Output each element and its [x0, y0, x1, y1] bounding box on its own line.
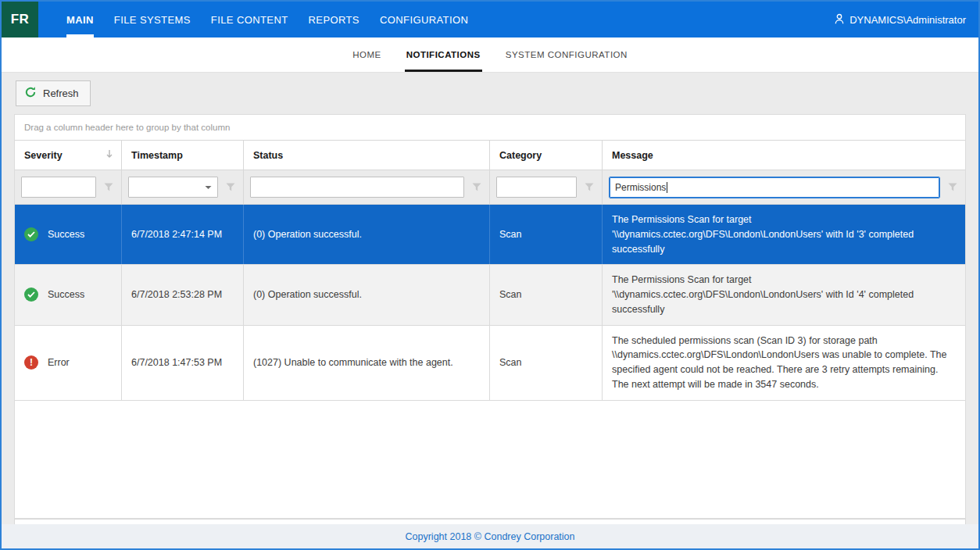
message-value: The Permissions Scan for target '\\dynam…	[603, 265, 965, 324]
column-header-message[interactable]: Message	[603, 141, 965, 170]
user-menu[interactable]: DYNAMICS\Administrator	[834, 2, 978, 38]
grid-empty-area	[15, 401, 965, 518]
filter-cell-category	[490, 170, 603, 204]
content-area: Refresh Drag a column header here to gro…	[2, 73, 978, 524]
main-nav: MAIN FILE SYSTEMS FILE CONTENT REPORTS C…	[66, 2, 488, 38]
column-header-timestamp[interactable]: Timestamp	[122, 141, 244, 170]
severity-value: Error	[48, 355, 70, 370]
timestamp-value: 6/7/2018 2:53:28 PM	[122, 265, 244, 324]
group-by-drop-zone: Drag a column header here to group by th…	[15, 115, 965, 141]
header-row: Severity Timestamp Status Category Messa…	[15, 141, 965, 170]
funnel-icon	[472, 183, 481, 191]
toolbar: Refresh	[14, 73, 966, 114]
tab-notifications[interactable]: NOTIFICATIONS	[406, 38, 481, 72]
refresh-icon	[24, 86, 37, 101]
tab-home[interactable]: HOME	[352, 38, 381, 72]
table-row[interactable]: ! Error 6/7/2018 1:47:53 PM (1027) Unabl…	[15, 326, 965, 401]
message-value: The Permissions Scan for target '\\dynam…	[603, 205, 965, 264]
column-header-status[interactable]: Status	[244, 141, 490, 170]
status-value: (1027) Unable to communicate with the ag…	[244, 326, 490, 400]
filter-cell-severity	[15, 170, 122, 204]
filter-cell-message: Permissions	[603, 170, 965, 204]
nav-item-file-systems[interactable]: FILE SYSTEMS	[114, 2, 191, 38]
page: FR MAIN FILE SYSTEMS FILE CONTENT REPORT…	[2, 2, 978, 548]
sub-nav: HOME NOTIFICATIONS SYSTEM CONFIGURATION	[2, 38, 978, 73]
refresh-button[interactable]: Refresh	[16, 80, 91, 106]
notifications-grid: Drag a column header here to group by th…	[14, 114, 966, 519]
refresh-label: Refresh	[43, 88, 79, 99]
message-filter-funnel-button[interactable]	[946, 181, 959, 193]
nav-item-main[interactable]: MAIN	[66, 2, 94, 38]
filter-status-bar: Contains([Message], 'Permissions') Clear	[14, 519, 966, 525]
user-name: DYNAMICS\Administrator	[849, 14, 966, 26]
filter-cell-status	[244, 170, 490, 204]
funnel-icon	[948, 183, 957, 191]
status-filter-funnel-button[interactable]	[470, 181, 483, 193]
funnel-icon	[104, 183, 113, 191]
timestamp-value: 6/7/2018 1:47:53 PM	[122, 326, 244, 400]
app-logo: FR	[2, 2, 38, 38]
status-value: (0) Operation successful.	[244, 265, 490, 324]
nav-item-configuration[interactable]: CONFIGURATION	[380, 2, 468, 38]
timestamp-filter-funnel-button[interactable]	[224, 181, 237, 193]
category-value: Scan	[490, 265, 603, 324]
filter-cell-timestamp	[122, 170, 244, 204]
chevron-down-icon	[205, 185, 212, 190]
timestamp-value: 6/7/2018 2:47:14 PM	[122, 205, 244, 264]
copyright-text: Copyright 2018 © Condrey Corporation	[406, 531, 575, 542]
funnel-icon	[226, 183, 235, 191]
user-icon	[834, 13, 845, 27]
text-cursor	[667, 182, 667, 193]
nav-item-reports[interactable]: REPORTS	[309, 2, 359, 38]
category-filter-input[interactable]	[496, 177, 577, 198]
nav-item-file-content[interactable]: FILE CONTENT	[211, 2, 288, 38]
timestamp-filter-combo[interactable]	[128, 177, 218, 198]
column-header-severity[interactable]: Severity	[15, 141, 122, 170]
status-filter-input[interactable]	[250, 177, 464, 198]
status-value: (0) Operation successful.	[244, 205, 490, 264]
success-icon	[24, 227, 38, 241]
severity-filter-funnel-button[interactable]	[102, 181, 115, 193]
footer: Copyright 2018 © Condrey Corporation	[2, 524, 978, 548]
table-row[interactable]: Success 6/7/2018 2:47:14 PM (0) Operatio…	[15, 205, 965, 265]
tab-system-configuration[interactable]: SYSTEM CONFIGURATION	[506, 38, 628, 72]
category-filter-funnel-button[interactable]	[583, 181, 596, 193]
top-bar: FR MAIN FILE SYSTEMS FILE CONTENT REPORT…	[2, 2, 978, 38]
category-value: Scan	[490, 205, 603, 264]
severity-filter-input[interactable]	[21, 177, 96, 198]
severity-value: Success	[48, 288, 84, 302]
category-value: Scan	[490, 326, 603, 400]
sort-desc-icon	[106, 149, 113, 161]
table-row[interactable]: Success 6/7/2018 2:53:28 PM (0) Operatio…	[15, 265, 965, 325]
error-icon: !	[24, 355, 38, 370]
severity-value: Success	[48, 227, 84, 242]
column-header-category[interactable]: Category	[490, 141, 603, 170]
filter-row: Permissions	[15, 170, 965, 205]
success-icon	[24, 288, 38, 302]
message-filter-input[interactable]: Permissions	[609, 177, 940, 198]
message-value: The scheduled permissions scan (Scan ID …	[603, 326, 965, 400]
funnel-icon	[585, 183, 594, 191]
